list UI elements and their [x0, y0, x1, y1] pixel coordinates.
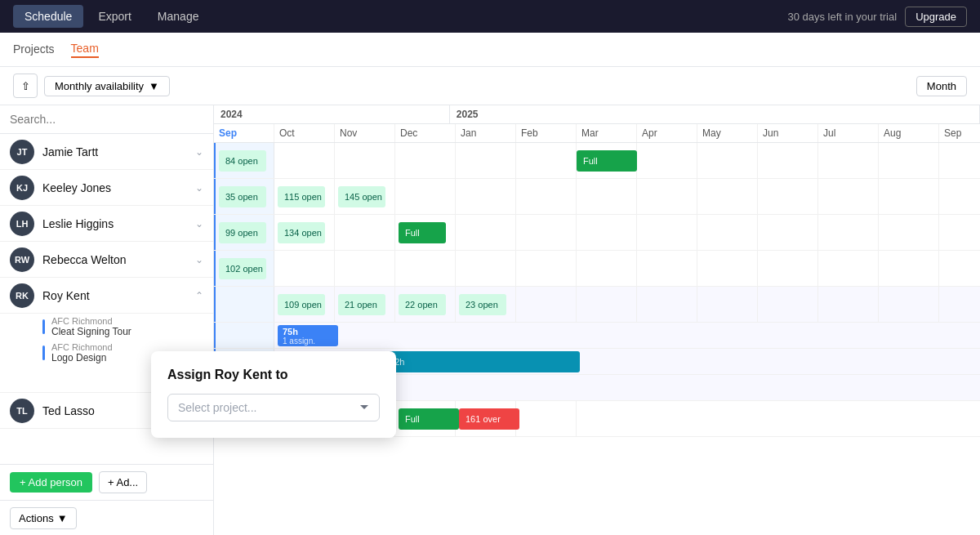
gantt-row-rk: 109 open 21 open 22 open 23 open — [214, 287, 980, 323]
lh-aug — [879, 215, 939, 250]
chevron-down-icon: ▼ — [149, 80, 159, 92]
gantt-row-lh: 99 open 134 open Full — [214, 215, 980, 251]
add-person-button[interactable]: + Add person — [10, 472, 92, 493]
rk-sep2 — [939, 287, 980, 322]
main-content: JT Jamie Tartt ⌄ KJ Keeley Jones ⌄ LH Le… — [0, 105, 980, 535]
lh-jul — [818, 215, 879, 250]
sub-tab-projects[interactable]: Projects — [13, 42, 55, 57]
rk-mar — [577, 287, 637, 322]
search-input[interactable] — [10, 113, 203, 126]
view-dropdown[interactable]: Monthly availability ▼ — [44, 76, 170, 96]
rk-apr — [637, 287, 697, 322]
jt-jul — [818, 143, 879, 178]
collapse-button[interactable]: ⇧ — [13, 74, 38, 98]
month-button[interactable]: Month — [916, 76, 967, 96]
rw-nov — [335, 251, 395, 286]
cleat-bar: 75h 1 assign. — [278, 325, 338, 346]
kj-nov-cell: 145 open — [335, 179, 395, 214]
toolbar-right: Month — [916, 76, 967, 96]
left-panel: JT Jamie Tartt ⌄ KJ Keeley Jones ⌄ LH Le… — [0, 105, 214, 535]
rw-jan — [456, 251, 516, 286]
lh-oct-cell: 134 open — [274, 215, 335, 250]
team-member-rk[interactable]: RK Roy Kent ⌃ — [0, 278, 213, 314]
upgrade-button[interactable]: Upgrade — [905, 7, 967, 27]
lh-mar — [577, 215, 637, 250]
kj-oct-bar: 115 open — [278, 186, 325, 207]
top-nav: Schedule Export Manage 30 days left in y… — [0, 0, 980, 33]
rw-sep-cell: 102 open — [214, 251, 274, 286]
kj-may — [697, 179, 758, 214]
rk-oct-cell: 109 open — [274, 287, 335, 322]
toolbar-left: ⇧ Monthly availability ▼ — [13, 74, 170, 98]
tl-jan-bar: 161 over — [459, 408, 519, 430]
team-member-lh[interactable]: LH Leslie Higgins ⌄ — [0, 206, 213, 242]
rw-oct — [274, 251, 335, 286]
proj-label-logo: AFC Richmond — [51, 342, 113, 352]
jt-nov — [335, 143, 395, 178]
rk-sep-cell — [214, 287, 274, 322]
gantt-panel: 2024 2025 Sep Oct Nov Dec Jan Feb Mar Ap… — [214, 105, 980, 535]
rw-sep-bar: 102 open — [219, 258, 266, 279]
kj-apr — [637, 179, 697, 214]
month-jul: Jul — [818, 124, 879, 142]
month-dec: Dec — [395, 124, 456, 142]
gantt-row-cleat: 75h 1 assign. — [214, 323, 980, 349]
jt-dec — [395, 143, 456, 178]
jt-feb-bar: Full — [577, 150, 637, 172]
rw-aug — [879, 251, 939, 286]
chevron-icon-rw: ⌄ — [195, 254, 203, 265]
lh-sep-cell: 99 open — [214, 215, 274, 250]
lh-sep2 — [939, 215, 980, 250]
month-nov: Nov — [335, 124, 395, 142]
jt-oct — [274, 143, 335, 178]
rk-oct-bar: 109 open — [278, 294, 325, 315]
nav-tab-export[interactable]: Export — [87, 5, 142, 28]
team-member-rw[interactable]: RW Rebecca Welton ⌄ — [0, 242, 213, 278]
lh-jan — [456, 215, 516, 250]
nav-left: Schedule Export Manage — [13, 5, 210, 28]
kj-sep-bar: 35 open — [219, 186, 266, 207]
actions-label: Actions — [19, 512, 54, 524]
tl-dec-bar-wrap: Full — [399, 408, 459, 430]
gantt-row-jt: 84 open Full — [214, 143, 980, 179]
sub-tab-team[interactable]: Team — [71, 42, 99, 58]
kj-jul — [818, 179, 879, 214]
gantt-row-rw: 102 open — [214, 251, 980, 287]
search-bar — [0, 105, 213, 134]
rw-jun — [758, 251, 818, 286]
kj-mar — [577, 179, 637, 214]
month-sep2: Sep — [939, 124, 980, 142]
rk-dec-cell: 22 open — [395, 287, 456, 322]
add-placeholder-button[interactable]: + Ad... — [99, 471, 147, 493]
month-jan: Jan — [456, 124, 516, 142]
gantt-row-kj: 35 open 115 open 145 open — [214, 179, 980, 215]
rk-nov-bar: 21 open — [338, 294, 385, 315]
project-row-cleat: AFC Richmond Cleat Signing Tour — [0, 314, 213, 340]
avatar-rk: RK — [10, 283, 34, 308]
jt-feb-bar-wrapper: Full — [577, 150, 637, 172]
chevron-icon-jt: ⌄ — [195, 146, 203, 158]
month-oct: Oct — [274, 124, 335, 142]
jt-jun — [758, 143, 818, 178]
team-member-kj[interactable]: KJ Keeley Jones ⌄ — [0, 170, 213, 206]
rk-may — [697, 287, 758, 322]
nav-tab-schedule[interactable]: Schedule — [13, 5, 83, 28]
member-name-rw: Rebecca Welton — [42, 253, 195, 266]
bottom-bar: + Add person + Ad... — [0, 464, 213, 500]
jt-apr — [637, 143, 697, 178]
actions-button[interactable]: Actions ▼ — [10, 507, 77, 529]
tl-feb — [516, 401, 577, 436]
toolbar: ⇧ Monthly availability ▼ Month — [0, 67, 980, 105]
month-jun: Jun — [758, 124, 818, 142]
rw-mar — [577, 251, 637, 286]
cleat-bar-content: 75h 1 assign. — [283, 327, 315, 346]
team-member-jt[interactable]: JT Jamie Tartt ⌄ — [0, 134, 213, 170]
project-select[interactable]: Select project... — [167, 394, 380, 421]
proj-name-cleat: Cleat Signing Tour — [51, 326, 131, 337]
month-sep: Sep — [214, 124, 274, 142]
nav-tab-manage[interactable]: Manage — [146, 5, 211, 28]
chevron-down-icon: ▼ — [57, 512, 68, 524]
jt-sep2 — [939, 143, 980, 178]
year-2024: 2024 — [214, 105, 450, 123]
project-name-logo: AFC Richmond Logo Design — [51, 342, 113, 363]
